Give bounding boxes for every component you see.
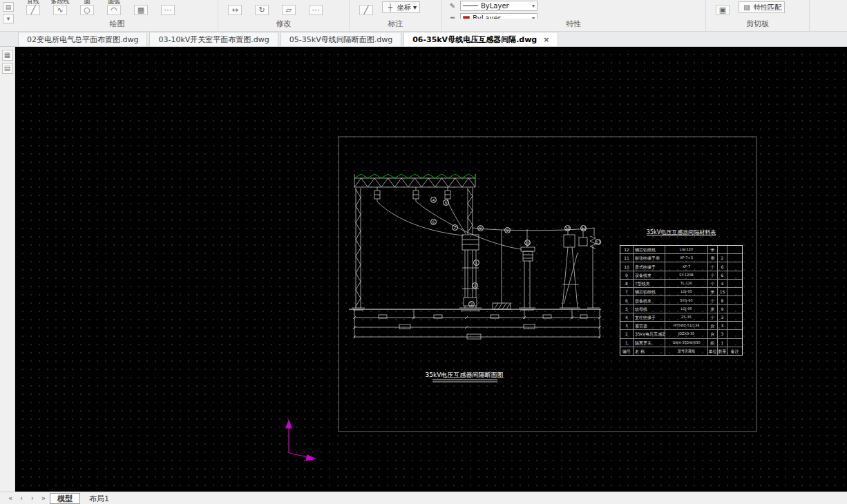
ribbon-group-properties: ✎ ByLayer ▾ ≡ ByLayer ▾ xyxy=(442,0,706,31)
table-row: 7钢芯铝绞线LGJ-95米15 xyxy=(620,287,742,295)
arc-icon: ◠ xyxy=(107,5,121,15)
tab-close-icon[interactable]: × xyxy=(543,35,549,44)
ribbon-group-clipboard: ▣ ▨ 特性匹配 剪切板 xyxy=(706,0,810,31)
rotate-icon: ↻ xyxy=(255,5,269,15)
ucs-icon xyxy=(280,418,318,464)
ribbon-drop-icon[interactable]: ▾ xyxy=(3,14,14,23)
ribbon-spacer xyxy=(810,0,847,31)
quick-access-column: ▤ ▾ xyxy=(0,0,17,31)
chevron-down-icon: ▾ xyxy=(413,3,417,11)
group-label-properties[interactable]: 特性 xyxy=(442,19,705,31)
polyline-tool[interactable]: 多段线 ∿ xyxy=(49,0,71,15)
table-row: 12钢芯铝绞线LGJ-120米 xyxy=(620,246,742,253)
paste-icon: ▣ xyxy=(716,5,730,15)
callout-number: 6 xyxy=(430,219,437,225)
table-row: 4支柱绝缘子ZS-35个3 xyxy=(620,313,742,321)
callout-number: 7 xyxy=(452,224,458,231)
group-label-clipboard[interactable]: 剪切板 xyxy=(706,19,809,31)
linetype-icon: ✎ xyxy=(448,2,457,10)
table-row: 1隔离开关GW4-35DW/630组1 xyxy=(620,338,742,347)
drawing-canvas[interactable]: 35kV电压互感器间隔断面图 35kV电压互感器间隔材料表 12钢芯铝绞线LGJ… xyxy=(15,47,847,492)
prev-layout-icon[interactable]: ‹ xyxy=(17,494,26,502)
ribbon-group-annotate: ╱ ┼ 坐标 ▾ 标注 xyxy=(350,0,442,31)
group-label-annotate[interactable]: 标注 xyxy=(350,19,441,31)
table-header-row: 编号名 称型号及规格单位数量备注 xyxy=(620,347,742,355)
model-tab[interactable]: 模型 xyxy=(50,493,80,504)
move-tool[interactable]: ↔ xyxy=(224,0,246,15)
more-icon: ⋯ xyxy=(161,5,175,15)
file-tab-4-active[interactable]: 06-35kV母线电压互感器间隔.dwg × xyxy=(403,32,558,46)
callout-number: 9 xyxy=(504,227,511,233)
layers-panel-icon[interactable]: ▤ xyxy=(2,63,13,74)
left-toolbar: ▦ ▤ xyxy=(0,47,15,492)
callout-number: 10 xyxy=(524,240,531,246)
group-label-modify[interactable]: 修改 xyxy=(218,19,349,31)
callout-number: 5 xyxy=(443,200,449,206)
match-properties-icon: ▨ xyxy=(742,3,752,11)
coordinates-icon: ┼ xyxy=(386,3,395,11)
hatch-tool[interactable]: ▦ xyxy=(130,0,152,15)
callout-number: 1 xyxy=(473,260,479,266)
linetype-sample xyxy=(463,6,478,6)
line-tool[interactable]: 直线 ╱ xyxy=(22,0,44,15)
erase-icon: ▱ xyxy=(282,5,296,15)
callout-number: 3 xyxy=(468,301,475,307)
chevron-down-icon: ▾ xyxy=(532,3,535,9)
material-table: 12钢芯铝绞线LGJ-120米11耐张绝缘子串XP-7×3串210悬式绝缘子XP… xyxy=(620,245,743,356)
callout-number: 12 xyxy=(580,225,587,231)
ribbon-group-draw: 直线 ╱ 多段线 ∿ 圆 ○ 圆弧 ◠ ▦ ⋯ 绘图 xyxy=(17,0,218,31)
table-row: 8T型线夹TL-120个4 xyxy=(620,279,742,287)
arc-tool[interactable]: 圆弧 ◠ xyxy=(103,0,125,15)
material-table-title: 35kV电压互感器间隔材料表 xyxy=(620,229,743,236)
file-tab-bar: 02变电所电气总平面布置图.dwg 03-10kV开关室平面布置图.dwg 05… xyxy=(0,32,847,47)
table-row: 3避雷器HY5WZ-51/134台3 xyxy=(620,321,742,329)
drawing-title: 35kV电压互感器间隔断面图 xyxy=(426,371,504,378)
ribbon: ▤ ▾ 直线 ╱ 多段线 ∿ 圆 ○ 圆弧 ◠ xyxy=(0,0,847,32)
coordinates-button[interactable]: ┼ 坐标 ▾ xyxy=(382,1,420,13)
draw-more-tool[interactable]: ⋯ xyxy=(157,0,179,15)
layout1-tab[interactable]: 布局1 xyxy=(82,493,117,504)
table-row: 11耐张绝缘子串XP-7×3串2 xyxy=(620,253,742,262)
palette-icon[interactable]: ▦ xyxy=(2,50,13,61)
file-tab-2[interactable]: 03-10kV开关室平面布置图.dwg xyxy=(149,32,278,46)
match-properties-button[interactable]: ▨ 特性匹配 xyxy=(739,1,785,13)
linetype-combo[interactable]: ByLayer ▾ xyxy=(460,1,537,11)
dimension-tool[interactable]: ╱ xyxy=(355,0,377,15)
modify-more-tool[interactable]: ⋯ xyxy=(305,0,327,15)
circle-tool[interactable]: 圆 ○ xyxy=(76,0,98,15)
hatch-icon: ▦ xyxy=(134,5,148,15)
dimension-icon: ╱ xyxy=(359,5,373,15)
color-combo[interactable]: ByLayer ▾ xyxy=(460,13,537,19)
ribbon-group-modify: ↔ ↻ ▱ ⋯ 修改 xyxy=(218,0,350,31)
more-icon: ⋯ xyxy=(309,5,323,15)
rotate-tool[interactable]: ↻ xyxy=(251,0,273,15)
move-icon: ↔ xyxy=(228,5,242,15)
table-row: 235kV电压互感器JDZX9-35台3 xyxy=(620,329,742,338)
first-layout-icon[interactable]: « xyxy=(6,494,15,502)
file-tab-1[interactable]: 02变电所电气总平面布置图.dwg xyxy=(18,32,147,46)
file-tab-3[interactable]: 05-35kV母线间隔断面图.dwg xyxy=(280,32,401,46)
next-layout-icon[interactable]: › xyxy=(28,494,37,502)
callout-number: 11 xyxy=(564,225,571,231)
callout-number: 2 xyxy=(472,282,478,289)
line-icon: ╱ xyxy=(26,5,40,15)
last-layout-icon[interactable]: » xyxy=(39,494,48,502)
callout-number: 8 xyxy=(477,225,484,231)
paste-tool[interactable]: ▣ xyxy=(712,0,734,15)
callout-number: 4 xyxy=(430,197,437,203)
table-row: 9设备线夹SY-120B个6 xyxy=(620,271,742,279)
table-row: 10悬式绝缘子XP-7个6 xyxy=(620,262,742,270)
circle-icon: ○ xyxy=(80,5,94,15)
callout-number: 13 xyxy=(595,239,601,245)
group-label-draw[interactable]: 绘图 xyxy=(17,19,218,31)
application-window: ▤ ▾ 直线 ╱ 多段线 ∿ 圆 ○ 圆弧 ◠ xyxy=(0,0,847,504)
app-menu-icon[interactable]: ▤ xyxy=(3,2,14,12)
polyline-icon: ∿ xyxy=(53,5,67,15)
table-row: 6设备线夹SYG-95个8 xyxy=(620,295,742,304)
status-bar: « ‹ › » 模型 布局1 xyxy=(0,492,847,504)
table-row: 5软母线LGJ-95米9 xyxy=(620,304,742,313)
erase-tool[interactable]: ▱ xyxy=(278,0,300,15)
